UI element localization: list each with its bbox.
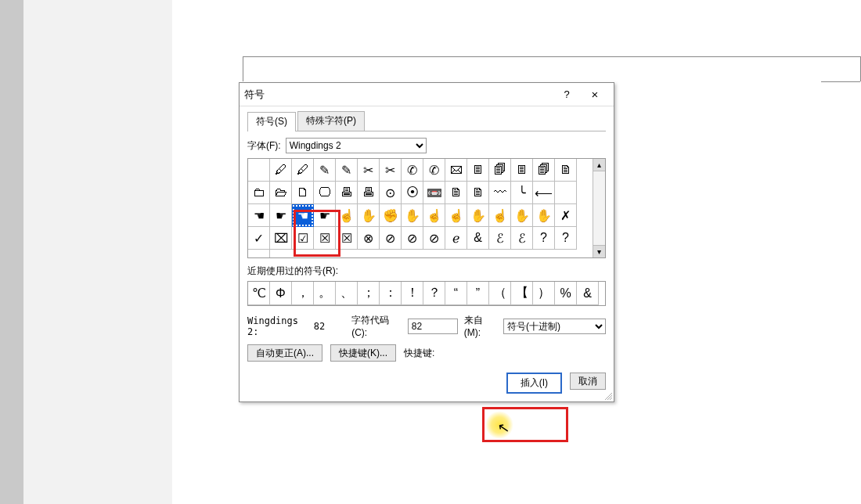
symbol-cell[interactable]: ⌧ (270, 227, 292, 250)
recent-symbol-cell[interactable]: & (577, 282, 599, 305)
close-button[interactable]: × (581, 88, 609, 101)
symbol-cell[interactable]: ✊ (380, 204, 402, 227)
symbol-cell[interactable]: 🗐 (533, 159, 555, 182)
symbol-cell[interactable]: ✓ (248, 227, 270, 250)
recent-symbol-cell[interactable]: ！ (402, 282, 423, 305)
symbol-cell[interactable] (555, 182, 577, 204)
recent-symbols: ℃Φ，。、；：！？“”（【）%& (247, 281, 606, 306)
font-select[interactable]: Wingdings 2 (286, 138, 427, 153)
symbol-cell[interactable]: 🖶 (336, 182, 358, 204)
symbol-cell[interactable]: ⦿ (402, 182, 423, 204)
symbol-cell[interactable]: ✂ (380, 159, 402, 182)
recent-symbol-cell[interactable]: % (555, 282, 577, 305)
symbol-cell[interactable]: ☝ (336, 204, 358, 227)
symbol-cell[interactable]: ✎ (336, 159, 358, 182)
symbol-cell[interactable]: ☝ (445, 204, 467, 227)
symbol-cell[interactable]: 📼 (423, 182, 445, 204)
symbol-cell[interactable]: ⊘ (423, 227, 445, 250)
symbol-dialog: 符号 ? × 符号(S) 特殊字符(P) 字体(F): Wingdings 2 … (239, 82, 614, 402)
symbol-cell[interactable]: ? (533, 227, 555, 250)
symbol-cell[interactable]: ✂ (358, 159, 380, 182)
recent-symbol-cell[interactable]: 【 (511, 282, 533, 305)
symbol-cell[interactable]: 🗎 (555, 159, 577, 182)
from-select[interactable]: 符号(十进制) (503, 319, 606, 334)
symbol-cell[interactable]: ℰ (511, 227, 533, 250)
symbol-cell[interactable]: ℰ (489, 227, 511, 250)
symbol-cell[interactable]: 〰 (489, 182, 511, 204)
symbol-cell[interactable]: ✋ (358, 204, 380, 227)
recent-symbol-cell[interactable]: ； (358, 282, 380, 305)
tab-special-chars[interactable]: 特殊字符(P) (297, 111, 365, 131)
symbol-cell[interactable]: 🖵 (314, 182, 336, 204)
recent-symbol-cell[interactable]: Φ (270, 282, 292, 305)
symbol-cell[interactable]: 🗎 (467, 182, 489, 204)
symbol-cell[interactable]: ⊙ (380, 182, 402, 204)
symbol-cell[interactable]: ⊘ (402, 227, 423, 250)
char-code-input[interactable] (408, 319, 458, 334)
autocorrect-button[interactable]: 自动更正(A)... (247, 344, 322, 362)
recent-symbol-cell[interactable]: ？ (423, 282, 445, 305)
titlebar[interactable]: 符号 ? × (240, 83, 614, 106)
symbol-cell[interactable]: ✆ (423, 159, 445, 182)
symbol-cell[interactable]: 🗀 (248, 182, 270, 204)
symbol-cell[interactable]: ✋ (402, 204, 423, 227)
insert-button[interactable]: 插入(I) (506, 373, 562, 394)
resize-grip[interactable] (603, 391, 612, 400)
from-label: 来自(M): (464, 314, 497, 338)
symbol-cell[interactable]: ⟵ (533, 182, 555, 204)
tab-symbols[interactable]: 符号(S) (247, 112, 296, 131)
recent-symbol-cell[interactable]: ： (380, 282, 402, 305)
recent-symbol-cell[interactable]: ℃ (248, 282, 270, 305)
symbol-cell[interactable]: ☒ (336, 227, 358, 250)
symbol-cell[interactable]: ☒ (314, 227, 336, 250)
recent-symbol-cell[interactable]: ” (467, 282, 489, 305)
symbol-cell[interactable]: ✋ (511, 204, 533, 227)
symbol-cell[interactable]: ☝ (489, 204, 511, 227)
scroll-down-button[interactable]: ▾ (593, 245, 605, 257)
recent-symbol-cell[interactable]: 。 (314, 282, 336, 305)
symbol-cell[interactable]: 🖂 (445, 159, 467, 182)
symbol-cell[interactable]: ⊘ (380, 227, 402, 250)
symbol-cell[interactable]: 🗏 (467, 159, 489, 182)
symbol-cell[interactable]: ☚ (292, 204, 314, 227)
symbol-cell[interactable]: ✆ (402, 159, 423, 182)
recent-symbol-cell[interactable]: ， (292, 282, 314, 305)
symbol-cell[interactable]: ☝ (423, 204, 445, 227)
unicode-name: Wingdings 2: 82 (247, 315, 325, 337)
grid-scrollbar[interactable]: ▴ ▾ (593, 159, 605, 257)
symbol-cell[interactable]: ✋ (533, 204, 555, 227)
symbol-cell[interactable]: 🖊 (292, 159, 314, 182)
symbol-cell[interactable]: ☚ (248, 204, 270, 227)
symbol-cell[interactable]: ✗ (555, 204, 577, 227)
symbol-cell[interactable]: ✎ (314, 159, 336, 182)
symbol-cell[interactable]: 🗐 (489, 159, 511, 182)
symbol-cell[interactable]: & (467, 227, 489, 250)
symbol-cell[interactable] (248, 159, 270, 182)
symbol-cell[interactable]: 🗏 (511, 159, 533, 182)
symbol-cell[interactable]: ╰ (511, 182, 533, 204)
scroll-track[interactable] (593, 171, 605, 245)
symbol-cell[interactable]: ☑ (292, 227, 314, 250)
symbol-cell[interactable]: ⊗ (358, 227, 380, 250)
symbol-cell[interactable]: ? (555, 227, 577, 250)
scroll-up-button[interactable]: ▴ (593, 159, 605, 171)
cancel-button[interactable]: 取消 (570, 373, 606, 390)
shortcut-key-button[interactable]: 快捷键(K)... (330, 344, 396, 362)
symbol-cell[interactable]: 🗋 (292, 182, 314, 204)
symbol-cell[interactable]: ✋ (467, 204, 489, 227)
symbol-grid: 🖊🖊✎✎✂✂✆✆🖂🗏🗐🗏🗐🗎🗀🗁🗋🖵🖶🖶⊙⦿📼🗎🗎〰╰⟵☚☛☚☛☝✋✊✋☝☝✋☝… (247, 158, 606, 258)
symbol-cell[interactable]: ℯ (445, 227, 467, 250)
recent-symbol-cell[interactable]: （ (489, 282, 511, 305)
symbol-cell[interactable]: 🖊 (270, 159, 292, 182)
help-button[interactable]: ? (553, 88, 581, 100)
recent-symbol-cell[interactable]: “ (445, 282, 467, 305)
current-shortcut-label: 快捷键: (404, 347, 434, 360)
symbol-cell[interactable]: 🗎 (445, 182, 467, 204)
recent-symbol-cell[interactable]: ） (533, 282, 555, 305)
symbol-cell[interactable]: 🗁 (270, 182, 292, 204)
symbol-cell[interactable]: ☛ (270, 204, 292, 227)
symbol-cell[interactable]: 🖶 (358, 182, 380, 204)
recent-symbol-cell[interactable]: 、 (336, 282, 358, 305)
symbol-cell[interactable]: ☛ (314, 204, 336, 227)
symbol-cell[interactable]: ¿ (248, 250, 270, 257)
